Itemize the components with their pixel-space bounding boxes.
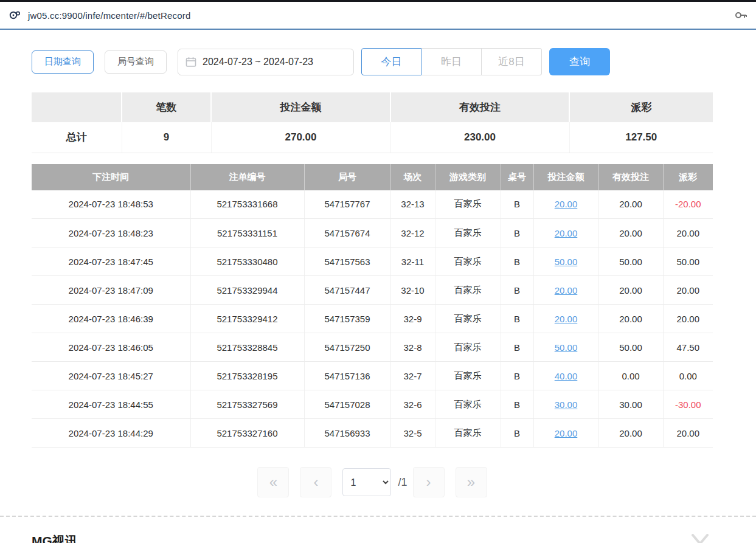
table-row: 2024-07-23 18:45:27 521753328195 5471571… [32, 362, 713, 390]
quick-range-button-2[interactable]: 近8日 [482, 48, 542, 75]
cell-bet-id: 521753329412 [190, 305, 304, 333]
cell-round-number: 547157674 [304, 219, 390, 247]
table-row: 2024-07-23 18:48:23 521753331151 5471576… [32, 219, 713, 247]
cell-round-number: 547157359 [304, 305, 390, 333]
section-title: MG视讯 [32, 533, 78, 543]
cell-bet-time: 2024-07-23 18:47:09 [32, 276, 190, 305]
last-page-button[interactable]: » [456, 467, 487, 497]
cell-table-number: B [501, 219, 533, 247]
cell-valid-bet: 20.00 [598, 190, 663, 219]
cell-bet-amount-link[interactable]: 50.00 [533, 247, 598, 276]
cell-bet-amount-link[interactable]: 20.00 [533, 190, 598, 219]
page-select[interactable]: 1 [342, 468, 391, 496]
dashed-divider [0, 516, 756, 517]
cell-bet-time: 2024-07-23 18:44:29 [32, 419, 190, 448]
bet-header-cell-5: 桌号 [501, 164, 533, 190]
key-icon[interactable] [734, 9, 747, 22]
cell-session: 32-12 [390, 219, 435, 247]
table-row: 2024-07-23 18:44:55 521753327569 5471570… [32, 390, 713, 419]
date-range-picker[interactable]: 2024-07-23 ~ 2024-07-23 [178, 49, 354, 75]
cell-valid-bet: 20.00 [598, 419, 663, 448]
address-url[interactable]: jw05.cc:9900/infe/mcenter/#/betRecord [28, 10, 191, 21]
cell-bet-time: 2024-07-23 18:47:45 [32, 247, 190, 276]
summary-header-cell-1: 笔数 [122, 92, 211, 122]
cell-payout: 20.00 [663, 419, 713, 448]
cell-table-number: B [501, 190, 533, 219]
cell-game-type: 百家乐 [435, 219, 501, 247]
cell-round-number: 547156933 [304, 419, 390, 448]
summary-header-cell-4: 派彩 [569, 92, 713, 122]
cell-bet-amount-link[interactable]: 20.00 [533, 219, 598, 247]
cell-bet-id: 521753331668 [190, 190, 304, 219]
cell-bet-id: 521753327160 [190, 419, 304, 448]
quick-range-button-0[interactable]: 今日 [361, 48, 421, 75]
summary-total-label: 总计 [32, 122, 122, 153]
cell-payout: 20.00 [663, 276, 713, 305]
first-page-button[interactable]: « [257, 467, 289, 497]
summary-bet-count: 9 [122, 122, 211, 153]
cell-valid-bet: 50.00 [598, 333, 663, 362]
cell-payout: -30.00 [663, 390, 713, 419]
summary-valid-bet: 230.00 [390, 122, 569, 153]
filter-toolbar: 日期查询 局号查询 2024-07-23 ~ 2024-07-23 今日昨日近8… [32, 48, 713, 75]
cell-session: 32-8 [390, 333, 435, 362]
cell-valid-bet: 20.00 [598, 276, 663, 305]
bet-header-cell-6: 投注金额 [533, 164, 598, 190]
quick-range-button-1[interactable]: 昨日 [421, 48, 482, 75]
cell-bet-time: 2024-07-23 18:48:23 [32, 219, 190, 247]
cell-session: 32-13 [390, 190, 435, 219]
bet-header-cell-2: 局号 [304, 164, 390, 190]
bet-record-table: 下注时间注单编号局号场次游戏类别桌号投注金额有效投注派彩 2024-07-23 … [32, 164, 713, 448]
cell-bet-id: 521753328845 [190, 333, 304, 362]
cell-bet-amount-link[interactable]: 20.00 [533, 305, 598, 333]
cell-session: 32-5 [390, 419, 435, 448]
cell-game-type: 百家乐 [435, 419, 501, 448]
cell-valid-bet: 30.00 [598, 390, 663, 419]
cell-game-type: 百家乐 [435, 305, 501, 333]
cell-valid-bet: 0.00 [598, 362, 663, 390]
cell-session: 32-11 [390, 247, 435, 276]
cell-table-number: B [501, 276, 533, 305]
round-query-tab[interactable]: 局号查询 [105, 50, 167, 74]
table-row: 2024-07-23 18:47:45 521753330480 5471575… [32, 247, 713, 276]
cell-round-number: 547157136 [304, 362, 390, 390]
calendar-icon [186, 57, 196, 67]
cell-round-number: 547157028 [304, 390, 390, 419]
table-row: 2024-07-23 18:47:09 521753329944 5471574… [32, 276, 713, 305]
cell-bet-amount-link[interactable]: 20.00 [533, 276, 598, 305]
summary-header-cell-3: 有效投注 [390, 92, 569, 122]
cell-game-type: 百家乐 [435, 390, 501, 419]
date-query-tab[interactable]: 日期查询 [32, 50, 94, 74]
bet-header-cell-0: 下注时间 [32, 164, 190, 190]
next-page-button[interactable]: › [413, 467, 445, 497]
bet-record-page: 日期查询 局号查询 2024-07-23 ~ 2024-07-23 今日昨日近8… [0, 30, 713, 543]
browser-logo-icon[interactable] [9, 9, 22, 22]
cell-bet-time: 2024-07-23 18:46:39 [32, 305, 190, 333]
summary-header-cell-0 [32, 92, 122, 122]
cell-payout: 20.00 [663, 219, 713, 247]
cell-bet-amount-link[interactable]: 20.00 [533, 419, 598, 448]
cell-table-number: B [501, 390, 533, 419]
cell-game-type: 百家乐 [435, 333, 501, 362]
cell-session: 32-7 [390, 362, 435, 390]
cell-payout: 0.00 [663, 362, 713, 390]
table-row: 2024-07-23 18:48:53 521753331668 5471577… [32, 190, 713, 219]
cell-bet-amount-link[interactable]: 40.00 [533, 362, 598, 390]
cell-game-type: 百家乐 [435, 276, 501, 305]
prev-page-button[interactable]: ‹ [300, 467, 331, 497]
search-button[interactable]: 查询 [549, 48, 610, 75]
bet-table-body: 2024-07-23 18:48:53 521753331668 5471577… [32, 190, 713, 448]
date-range-value: 2024-07-23 ~ 2024-07-23 [203, 57, 313, 67]
cell-bet-id: 521753330480 [190, 247, 304, 276]
cell-payout: -20.00 [663, 190, 713, 219]
cell-session: 32-10 [390, 276, 435, 305]
summary-payout: 127.50 [569, 122, 713, 153]
cell-bet-amount-link[interactable]: 50.00 [533, 333, 598, 362]
bet-header-cell-1: 注单编号 [190, 164, 304, 190]
cell-bet-amount-link[interactable]: 30.00 [533, 390, 598, 419]
cell-payout: 47.50 [663, 333, 713, 362]
chevron-down-icon[interactable] [691, 533, 709, 543]
bet-header-cell-3: 场次 [390, 164, 435, 190]
cell-session: 32-9 [390, 305, 435, 333]
summary-table: 笔数投注金额有效投注派彩 总计 9 270.00 230.00 127.50 [32, 92, 713, 153]
